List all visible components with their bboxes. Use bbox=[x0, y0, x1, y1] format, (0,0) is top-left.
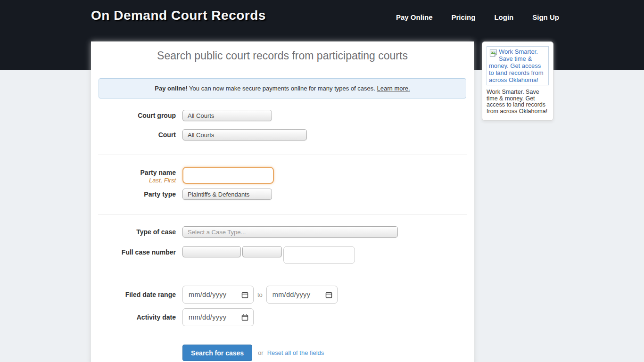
nav-pay-online[interactable]: Pay Online bbox=[396, 13, 433, 21]
calendar-icon[interactable] bbox=[241, 291, 248, 298]
activity-date-placeholder: mm/dd/yyyy bbox=[189, 313, 226, 321]
party-type-value: Plaintiffs & Defendants bbox=[188, 191, 249, 198]
party-name-input[interactable] bbox=[182, 167, 274, 184]
banner-lead: Pay online! bbox=[155, 85, 187, 92]
case-number-part3-input[interactable] bbox=[283, 246, 355, 264]
party-name-label: Party name Last, First bbox=[91, 169, 182, 184]
actions-row: Search for cases or Reset all of the fie… bbox=[91, 345, 474, 361]
activity-date-input[interactable]: mm/dd/yyyy bbox=[182, 308, 254, 326]
pay-online-banner: Pay online! You can now make secure paym… bbox=[99, 78, 466, 99]
case-number-part2-select[interactable] bbox=[242, 246, 282, 257]
case-number-label: Full case number bbox=[91, 248, 182, 256]
sidebar-ad-card: Work Smarter. Save time & money. Get acc… bbox=[482, 41, 553, 121]
calendar-icon[interactable] bbox=[241, 314, 248, 321]
court-select[interactable]: All Courts bbox=[182, 129, 307, 140]
activity-date-label: Activity date bbox=[91, 313, 182, 321]
party-type-label: Party type bbox=[91, 190, 182, 198]
nav-sign-up[interactable]: Sign Up bbox=[532, 13, 559, 21]
case-number-row: Full case number bbox=[91, 246, 474, 264]
calendar-icon[interactable] bbox=[325, 291, 332, 298]
case-type-row: Type of case Select a Case Type... bbox=[91, 226, 474, 238]
nav-login[interactable]: Login bbox=[494, 13, 513, 21]
page-title: Search public court records from partici… bbox=[91, 41, 474, 70]
learn-more-link[interactable]: Learn more. bbox=[377, 85, 410, 92]
case-type-select[interactable]: Select a Case Type... bbox=[182, 226, 398, 238]
broken-image-icon bbox=[489, 49, 498, 58]
court-label: Court bbox=[91, 131, 182, 139]
court-value: All Courts bbox=[188, 132, 214, 139]
site-logo[interactable]: On Demand Court Records bbox=[91, 8, 266, 23]
filed-date-row: Filed date range mm/dd/yyyy to mm/dd/yyy… bbox=[91, 286, 474, 304]
case-number-part1-select[interactable] bbox=[182, 246, 241, 257]
filed-date-label: Filed date range bbox=[91, 291, 182, 298]
actions-conjunction: or bbox=[258, 349, 264, 356]
banner-text: You can now make secure payments online … bbox=[189, 85, 375, 92]
filed-date-to-input[interactable]: mm/dd/yyyy bbox=[266, 286, 338, 304]
sidebar-ad-broken-image-link[interactable]: Work Smarter. Save time & money. Get acc… bbox=[487, 46, 549, 85]
section-divider bbox=[98, 275, 467, 275]
court-group-row: Court group All Courts bbox=[91, 110, 474, 121]
section-divider bbox=[98, 214, 467, 214]
court-group-value: All Courts bbox=[188, 112, 214, 119]
section-divider bbox=[98, 155, 467, 155]
party-type-select[interactable]: Plaintiffs & Defendants bbox=[182, 189, 272, 200]
search-for-cases-button[interactable]: Search for cases bbox=[182, 345, 252, 361]
party-type-row: Party type Plaintiffs & Defendants bbox=[91, 189, 474, 200]
filed-date-from-placeholder: mm/dd/yyyy bbox=[189, 291, 226, 298]
activity-date-row: Activity date mm/dd/yyyy bbox=[91, 308, 474, 326]
party-name-row: Party name Last, First bbox=[91, 167, 474, 184]
court-group-select[interactable]: All Courts bbox=[182, 110, 272, 121]
sidebar-ad-caption: Work Smarter. Save time & money. Get acc… bbox=[487, 89, 549, 115]
court-row: Court All Courts bbox=[91, 129, 474, 140]
filed-date-to-placeholder: mm/dd/yyyy bbox=[272, 291, 310, 298]
case-type-label: Type of case bbox=[91, 228, 182, 236]
case-type-placeholder: Select a Case Type... bbox=[188, 229, 246, 236]
reset-fields-link[interactable]: Reset all of the fields bbox=[267, 349, 324, 356]
party-name-hint: Last, First bbox=[91, 177, 176, 184]
date-range-separator: to bbox=[257, 291, 263, 298]
nav-pricing[interactable]: Pricing bbox=[452, 13, 476, 21]
search-panel: Search public court records from partici… bbox=[91, 41, 474, 362]
top-nav: Pay Online Pricing Login Sign Up bbox=[396, 13, 559, 21]
filed-date-from-input[interactable]: mm/dd/yyyy bbox=[182, 286, 254, 304]
court-group-label: Court group bbox=[91, 112, 182, 119]
